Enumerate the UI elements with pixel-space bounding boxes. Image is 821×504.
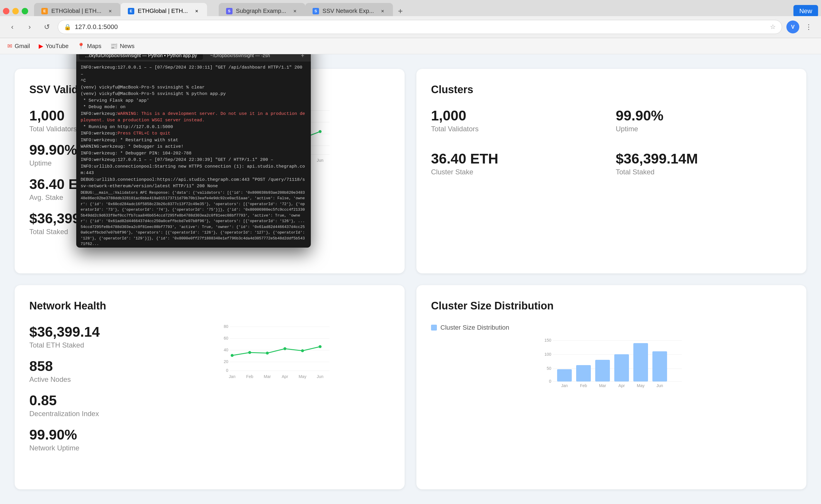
svg-text:May: May (637, 383, 645, 388)
svg-text:50: 50 (547, 366, 551, 371)
back-button[interactable]: ‹ (6, 21, 19, 33)
minimize-button[interactable] (12, 8, 19, 14)
user-avatar[interactable]: V (786, 21, 799, 33)
svg-text:40: 40 (224, 348, 228, 352)
cluster-validators-label: Total Validators (431, 125, 607, 133)
clusters-card: Clusters 1,000 Total Validators 99.90% U… (417, 69, 806, 273)
network-metrics: $36,399.14 Total ETH Staked 858 Active N… (29, 324, 390, 461)
term-line-5: (venv) vickyfu@MacBook-Pro-5 ssvinsight … (81, 91, 306, 98)
terminal-window[interactable]: ssvinsight — Python • Python app.py — 10… (76, 54, 311, 248)
cluster-size-card: Cluster Size Distribution Cluster Size D… (417, 285, 806, 490)
tab-favicon-2: E (128, 8, 134, 14)
svg-text:Jan: Jan (229, 374, 235, 379)
term-line-19: torId': '312'}, {'operatorId': '313'}, {… (81, 247, 306, 248)
toolbar-right: V ⋮ (786, 21, 815, 33)
term-line-13: INFO:werkzeug: * Debugger PIN: 104-202-7… (81, 150, 306, 157)
bar-chart-svg: 150 100 50 0 (431, 336, 792, 400)
active-nodes-label: Active Nodes (29, 375, 146, 384)
terminal-new-tab-button[interactable]: + (297, 54, 308, 60)
svg-text:Jan: Jan (561, 383, 568, 388)
terminal-tab-2[interactable]: ~/Dropbox/ssvinsight — -zsh (204, 54, 276, 60)
metric-total-eth: $36,399.14 Total ETH Staked (29, 324, 146, 349)
bookmark-news[interactable]: 📰 News (110, 42, 135, 50)
clusters-metrics: 1,000 Total Validators 99.90% Uptime 36.… (431, 108, 792, 185)
lock-icon: 🔒 (64, 23, 71, 30)
tab-label-1: ETHGlobal | ETH... (51, 8, 101, 14)
clusters-card-title: Clusters (431, 84, 792, 96)
svg-point-32 (230, 354, 233, 357)
maps-icon: 📍 (77, 42, 85, 50)
browser-toolbar: ‹ › ↺ 🔒 127.0.0.1:5000 ☆ V ⋮ (0, 16, 821, 38)
network-uptime-value: 99.90% (29, 427, 146, 443)
bookmark-youtube-label: YouTube (45, 43, 69, 50)
network-line-chart: 80 60 40 20 0 Jan Feb Mar (157, 324, 390, 382)
svg-text:Jun: Jun (317, 158, 323, 163)
tab-label-4: SSV Network Exp... (322, 8, 374, 14)
tab-close-1[interactable]: ✕ (107, 8, 113, 14)
cluster-avg-stake-label: Cluster Stake (431, 168, 607, 176)
metric-network-uptime: 99.90% Network Uptime (29, 427, 146, 452)
network-metrics-left: $36,399.14 Total ETH Staked 858 Active N… (29, 324, 146, 461)
main-content: SSV Validators 1,000 Total Validators 99… (0, 54, 821, 504)
bookmark-youtube[interactable]: ▶ YouTube (39, 42, 69, 50)
svg-text:Apr: Apr (618, 383, 625, 388)
youtube-icon: ▶ (39, 42, 43, 50)
tab-favicon-4: S (312, 8, 319, 14)
bookmark-gmail[interactable]: ✉ Gmail (7, 42, 30, 50)
term-line-8: INFO:werkzeug:WARNING: This is a develop… (81, 111, 306, 124)
metric-active-nodes: 858 Active Nodes (29, 358, 146, 384)
svg-text:Jun: Jun (657, 383, 663, 388)
traffic-lights (3, 8, 28, 14)
term-line-16: DEBUG:urllib3.connectionpool:https://api… (81, 177, 306, 190)
term-line-3: (venv) vickyfu@MacBook-Pro-5 ssvinsight … (81, 84, 306, 91)
term-line-14: INFO:werkzeug:127.0.0.1 – – [07/Sep/2024… (81, 157, 306, 164)
reload-button[interactable]: ↺ (40, 21, 53, 33)
svg-text:20: 20 (224, 359, 228, 364)
term-line-2: ^C (81, 78, 306, 84)
svg-rect-52 (557, 369, 572, 382)
legend-dot (431, 325, 437, 331)
svg-rect-56 (633, 343, 648, 382)
svg-rect-55 (614, 354, 629, 382)
close-button[interactable] (3, 8, 9, 14)
metric-cluster-uptime: 99.90% Uptime (616, 108, 792, 133)
network-uptime-label: Network Uptime (29, 444, 146, 452)
terminal-tab-1[interactable]: ...ckyfu/Dropbox/ssvinsight — Python • P… (79, 54, 203, 60)
bookmark-star-icon[interactable]: ☆ (770, 23, 776, 31)
svg-text:Mar: Mar (599, 383, 606, 388)
total-eth-value: $36,399.14 (29, 324, 146, 340)
cluster-avg-stake-value: 36.40 ETH (431, 151, 607, 167)
tab-close-3[interactable]: ✕ (292, 8, 298, 14)
forward-button[interactable]: › (23, 21, 36, 33)
tab-close-4[interactable]: ✕ (380, 8, 385, 14)
term-line-18: 54ccd7295fe8b4788d303ea2c0f81eec08bf7793… (81, 224, 306, 247)
maximize-button[interactable] (22, 8, 28, 14)
gmail-icon: ✉ (7, 42, 12, 50)
address-bar[interactable]: 🔒 127.0.0.1:5000 ☆ (58, 20, 782, 34)
extensions-button[interactable]: ⋮ (802, 21, 815, 33)
cluster-size-title: Cluster Size Distribution (431, 300, 792, 312)
new-button[interactable]: New (793, 5, 818, 17)
svg-point-36 (301, 349, 304, 352)
term-line-17: DEBUG:__main__:Validators API Response: … (81, 190, 306, 224)
svg-text:Jun: Jun (317, 374, 323, 379)
svg-text:Feb: Feb (246, 374, 253, 379)
svg-text:May: May (298, 374, 306, 379)
decentralization-label: Decentralization Index (29, 410, 146, 418)
svg-point-33 (248, 351, 251, 354)
tab-close-2[interactable]: ✕ (194, 8, 200, 14)
cluster-uptime-value: 99.90% (616, 108, 792, 124)
cluster-validators-value: 1,000 (431, 108, 607, 124)
bookmark-maps[interactable]: 📍 Maps (77, 42, 101, 50)
cluster-total-staked-label: Total Staked (616, 168, 792, 176)
tab-label-2: ETHGlobal | ETH... (138, 8, 188, 14)
cluster-legend: Cluster Size Distribution (431, 324, 792, 331)
svg-point-35 (283, 347, 286, 350)
terminal-body[interactable]: INFO:werkzeug:127.0.0.1 – – [07/Sep/2024… (76, 62, 311, 248)
decentralization-value: 0.85 (29, 392, 146, 408)
term-line-15: INFO:urllib3.connectionpool:Starting new… (81, 164, 306, 177)
bookmark-news-label: News (120, 43, 135, 50)
terminal-tabs: ...ckyfu/Dropbox/ssvinsight — Python • P… (76, 54, 311, 62)
svg-text:0: 0 (226, 368, 228, 373)
svg-point-37 (318, 345, 321, 348)
